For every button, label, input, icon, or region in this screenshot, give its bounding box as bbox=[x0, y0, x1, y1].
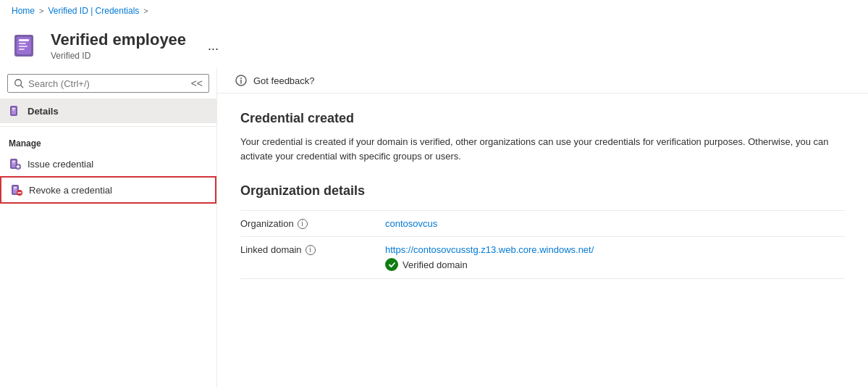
details-nav-icon bbox=[9, 104, 22, 117]
manage-divider bbox=[0, 126, 216, 127]
page-header-icon bbox=[12, 30, 41, 59]
svg-rect-21 bbox=[14, 187, 17, 188]
verified-id-icon bbox=[13, 32, 39, 58]
svg-rect-5 bbox=[19, 49, 25, 50]
svg-rect-15 bbox=[12, 163, 14, 164]
search-input[interactable] bbox=[28, 78, 187, 89]
feedback-icon bbox=[235, 74, 248, 87]
content-area: Got feedback? Credential created Your cr… bbox=[217, 68, 868, 387]
sidebar: << Details Manage bbox=[0, 68, 217, 387]
breadcrumb-sep1: > bbox=[39, 7, 43, 15]
content-inner: Credential created Your credential is cr… bbox=[217, 93, 868, 296]
breadcrumb-home[interactable]: Home bbox=[12, 6, 35, 16]
credential-section-desc: Your credential is created if your domai… bbox=[240, 135, 834, 163]
breadcrumb-sep2: > bbox=[143, 7, 148, 15]
org-value-organization: contosovcus bbox=[385, 218, 845, 229]
credential-section-title: Credential created bbox=[240, 111, 845, 126]
org-label-linked-domain: Linked domain i bbox=[240, 244, 371, 255]
header-text: Verified employee Verified ID bbox=[51, 30, 186, 61]
search-bar: << bbox=[7, 74, 209, 93]
more-options-button[interactable]: ... bbox=[202, 36, 224, 57]
page-subtitle: Verified ID bbox=[51, 51, 186, 61]
verified-badge: Verified domain bbox=[385, 258, 845, 271]
svg-rect-22 bbox=[14, 189, 16, 190]
sidebar-item-revoke-label: Revoke a credential bbox=[29, 185, 112, 196]
revoke-credential-icon bbox=[10, 183, 23, 196]
svg-line-7 bbox=[21, 86, 23, 88]
svg-rect-2 bbox=[19, 39, 29, 41]
svg-rect-11 bbox=[12, 110, 14, 111]
org-row-organization: Organization i contosovcus bbox=[240, 210, 845, 236]
org-label-organization: Organization i bbox=[240, 218, 371, 229]
app-container: Home > Verified ID | Credentials > Verif… bbox=[0, 0, 868, 387]
sidebar-item-issue[interactable]: Issue credential bbox=[0, 151, 216, 176]
org-link-organization[interactable]: contosovcus bbox=[385, 218, 437, 229]
org-row-linked-domain: Linked domain i https://contosovcusstg.z… bbox=[240, 236, 845, 279]
linked-domain-link[interactable]: https://contosovcusstg.z13.web.core.wind… bbox=[385, 244, 594, 255]
checkmark-icon bbox=[388, 261, 396, 269]
credential-created-section: Credential created Your credential is cr… bbox=[240, 111, 845, 163]
org-label-text-organization: Organization bbox=[240, 218, 294, 229]
search-icon bbox=[14, 78, 24, 88]
svg-rect-14 bbox=[12, 161, 15, 162]
page-header: Verified employee Verified ID ... bbox=[0, 22, 868, 68]
page-title: Verified employee bbox=[51, 30, 186, 49]
sidebar-item-details-label: Details bbox=[28, 106, 59, 117]
main-layout: << Details Manage bbox=[0, 68, 868, 387]
org-label-text-linked-domain: Linked domain bbox=[240, 244, 302, 255]
svg-rect-4 bbox=[19, 46, 28, 47]
org-section-title: Organization details bbox=[240, 183, 845, 199]
org-value-linked-domain: https://contosovcusstg.z13.web.core.wind… bbox=[385, 244, 845, 271]
sidebar-item-details[interactable]: Details bbox=[0, 99, 216, 123]
verified-check-icon bbox=[385, 258, 398, 271]
org-details-section: Organization details Organization i cont… bbox=[240, 183, 845, 279]
svg-point-26 bbox=[240, 78, 242, 79]
breadcrumb: Home > Verified ID | Credentials > bbox=[0, 0, 868, 22]
manage-section-label: Manage bbox=[0, 130, 216, 151]
sidebar-item-issue-label: Issue credential bbox=[28, 159, 93, 170]
verified-domain-label: Verified domain bbox=[403, 259, 468, 270]
svg-rect-3 bbox=[19, 43, 26, 44]
sidebar-item-revoke[interactable]: Revoke a credential bbox=[0, 176, 216, 204]
org-info-icon[interactable]: i bbox=[298, 219, 308, 229]
issue-credential-icon bbox=[9, 157, 22, 170]
feedback-bar: Got feedback? bbox=[217, 68, 868, 93]
feedback-label[interactable]: Got feedback? bbox=[253, 75, 315, 86]
org-table: Organization i contosovcus Linked domain bbox=[240, 210, 845, 279]
collapse-sidebar-button[interactable]: << bbox=[191, 78, 203, 89]
svg-rect-10 bbox=[12, 108, 15, 109]
linked-domain-info-icon[interactable]: i bbox=[306, 245, 316, 255]
breadcrumb-credentials[interactable]: Verified ID | Credentials bbox=[48, 6, 139, 16]
